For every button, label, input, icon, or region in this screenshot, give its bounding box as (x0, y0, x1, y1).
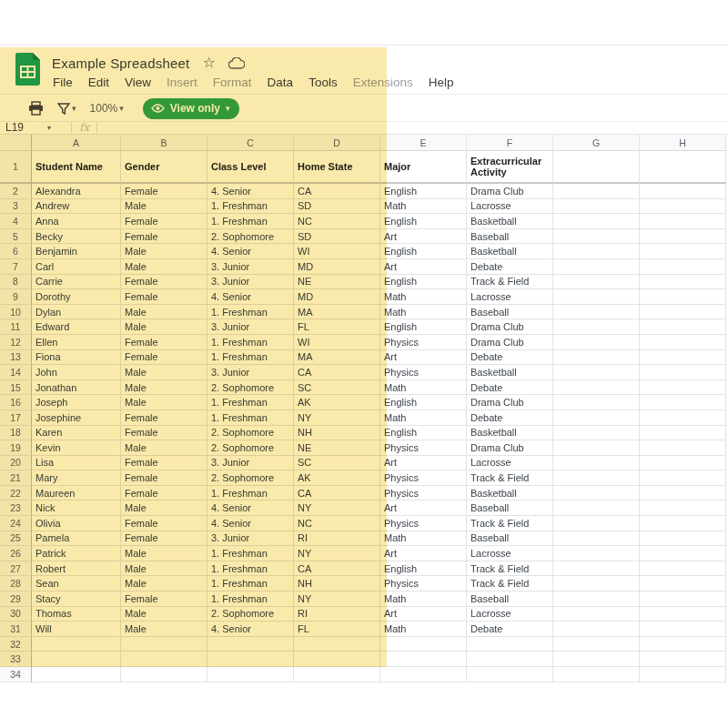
cell[interactable]: NH (294, 576, 380, 592)
cell[interactable]: Pamela (32, 531, 121, 547)
cell[interactable]: CA (294, 365, 380, 380)
star-icon[interactable]: ☆ (202, 56, 215, 70)
cell[interactable] (553, 214, 640, 229)
cell[interactable] (640, 440, 726, 456)
cell[interactable]: Female (121, 456, 207, 471)
cell[interactable] (640, 335, 726, 350)
cell[interactable]: 2. Sophomore (207, 440, 294, 456)
cell[interactable]: Male (121, 305, 207, 320)
row-number[interactable]: 34 (0, 667, 32, 682)
cell[interactable] (553, 440, 640, 456)
cell[interactable] (640, 516, 726, 531)
cell[interactable]: Basketball (467, 214, 553, 229)
row-number[interactable]: 26 (0, 546, 32, 561)
cell[interactable]: Art (380, 607, 467, 622)
cell[interactable]: English (380, 395, 467, 410)
cell[interactable]: CA (294, 486, 380, 501)
cell[interactable]: Baseball (467, 531, 553, 547)
cell[interactable] (640, 426, 726, 441)
cell[interactable]: 3. Junior (207, 531, 294, 547)
zoom-control[interactable]: 100% ▾ (90, 102, 124, 115)
cell[interactable]: Debate (467, 622, 553, 637)
row-number[interactable]: 25 (0, 531, 32, 547)
row-number[interactable]: 24 (0, 516, 32, 531)
cell[interactable]: 1. Freshman (207, 576, 294, 592)
column-header-f[interactable]: F (467, 135, 553, 151)
row-number[interactable]: 21 (0, 470, 32, 486)
menu-view[interactable]: View (125, 76, 151, 89)
cell[interactable]: English (380, 426, 467, 441)
cell[interactable]: Sean (32, 576, 121, 592)
cell[interactable] (640, 275, 726, 290)
row-number[interactable]: 8 (0, 275, 32, 290)
cell[interactable] (553, 259, 640, 275)
cell[interactable]: Thomas (32, 607, 121, 622)
cell[interactable]: Male (121, 576, 207, 592)
cell[interactable]: Karen (32, 426, 121, 441)
cell[interactable]: 1. Freshman (207, 350, 294, 366)
cell[interactable]: Female (121, 486, 207, 501)
cell[interactable]: 4. Senior (207, 622, 294, 637)
cell[interactable]: English (380, 319, 467, 335)
cell[interactable] (640, 380, 726, 396)
cell[interactable]: English (380, 561, 467, 577)
cell[interactable]: Male (121, 319, 207, 335)
cell[interactable]: Benjamin (32, 244, 121, 259)
cell[interactable]: 2. Sophomore (207, 426, 294, 441)
cell[interactable]: Josephine (32, 410, 121, 426)
row-number[interactable]: 9 (0, 289, 32, 305)
cell[interactable]: Basketball (467, 486, 553, 501)
cell[interactable]: Drama Club (467, 395, 553, 410)
cell[interactable] (553, 561, 640, 577)
cell[interactable]: Math (380, 380, 467, 396)
row-number[interactable]: 4 (0, 214, 32, 229)
cell[interactable]: 1. Freshman (207, 592, 294, 607)
row-number[interactable]: 33 (0, 652, 32, 667)
cell[interactable] (640, 199, 726, 215)
cell[interactable]: Dorothy (32, 289, 121, 305)
cell[interactable] (640, 486, 726, 501)
cell[interactable]: Basketball (467, 426, 553, 441)
cell[interactable]: Male (121, 500, 207, 516)
cell[interactable] (640, 365, 726, 380)
cell[interactable]: Art (380, 456, 467, 471)
cell[interactable]: Female (121, 516, 207, 531)
cell[interactable]: Alexandra (32, 184, 121, 199)
cell[interactable] (467, 667, 553, 682)
row-number[interactable]: 27 (0, 561, 32, 577)
cell[interactable]: 2. Sophomore (207, 229, 294, 245)
cell[interactable]: SD (294, 229, 380, 245)
sheets-logo-icon[interactable] (15, 53, 40, 86)
cell[interactable]: AK (294, 470, 380, 486)
cell[interactable]: Nick (32, 500, 121, 516)
cell[interactable] (640, 637, 726, 652)
cell[interactable]: Track & Field (467, 275, 553, 290)
cell[interactable]: Lacrosse (467, 199, 553, 215)
cell[interactable]: Olivia (32, 516, 121, 531)
cell[interactable]: Jonathan (32, 380, 121, 396)
cell[interactable]: Fiona (32, 350, 121, 366)
column-header-e[interactable]: E (380, 135, 467, 151)
column-header-a[interactable]: A (32, 135, 121, 151)
cell[interactable]: Mary (32, 470, 121, 486)
cell[interactable] (553, 365, 640, 380)
row-number[interactable]: 12 (0, 335, 32, 350)
cell[interactable]: Physics (380, 440, 467, 456)
cell[interactable]: 4. Senior (207, 289, 294, 305)
cell[interactable]: NC (294, 516, 380, 531)
cell[interactable]: 1. Freshman (207, 395, 294, 410)
cell[interactable] (640, 546, 726, 561)
cell[interactable]: 3. Junior (207, 259, 294, 275)
menu-help[interactable]: Help (429, 76, 454, 89)
cell[interactable] (380, 637, 467, 652)
cell[interactable]: Female (121, 350, 207, 366)
cell[interactable] (294, 637, 380, 652)
cell[interactable]: 1. Freshman (207, 546, 294, 561)
cell[interactable]: Art (380, 546, 467, 561)
cell[interactable]: Patrick (32, 546, 121, 561)
cell[interactable] (640, 667, 726, 682)
cell[interactable]: NE (294, 440, 380, 456)
cell[interactable] (380, 652, 467, 667)
cell[interactable] (121, 667, 207, 682)
cell[interactable] (553, 622, 640, 637)
